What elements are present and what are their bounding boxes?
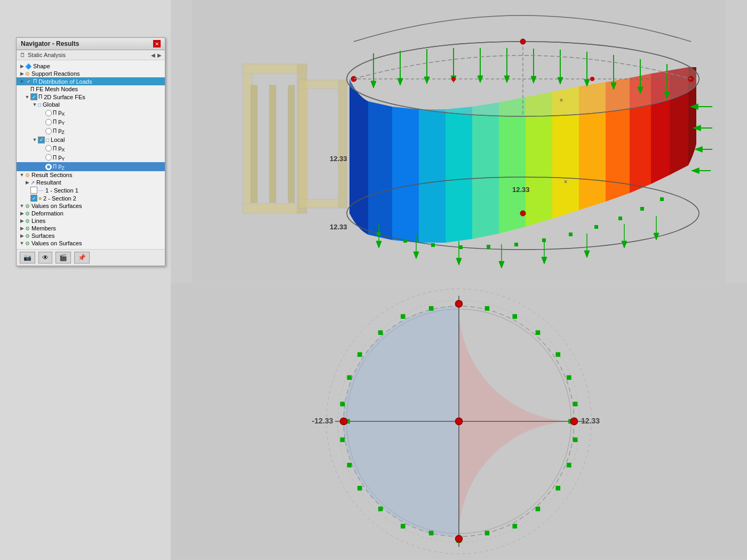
tree-item-px-l[interactable]: П pX [17,144,165,153]
svg-rect-84 [640,207,644,211]
radio-py-g[interactable] [45,119,52,125]
svg-rect-99 [512,524,517,529]
py-l-label: pY [58,154,65,162]
tree-item-pz-l[interactable]: П pZ [17,162,165,171]
svg-text:×: × [563,178,567,186]
2d-icon: П [38,94,42,100]
svg-point-72 [451,77,456,81]
distrib-icon: П [33,78,37,84]
navigator-header: Navigator - Results ✕ [17,38,165,50]
tree-item-pz-g[interactable]: П pZ [17,126,165,135]
nav-toolbar: 🗒 Static Analysis ◀ ▶ [17,50,165,60]
svg-point-124 [456,535,463,542]
tree-item-surfaces[interactable]: ▶ ⚙ Surfaces [17,232,165,239]
members-icon: ⚙ [25,226,30,231]
svg-rect-113 [485,531,490,535]
3d-scene: × × [171,0,747,283]
navigator-panel: Navigator - Results ✕ 🗒 Static Analysis … [16,37,165,266]
v1-label: Values on Surfaces [31,203,82,209]
tree-item-2d-surface[interactable]: ▼ П 2D Surface FEs [17,93,165,101]
fe-icon: П [30,86,34,92]
radio-px-l[interactable] [45,145,52,151]
svg-rect-103 [340,437,345,442]
local-icon: □ [46,137,49,143]
plan-label-left: -12.33 [312,417,333,425]
svg-rect-106 [401,314,406,319]
nav-pin-button[interactable]: 📌 [74,252,90,263]
expand-global: ▼ [31,102,38,107]
navigator-close-button[interactable]: ✕ [153,40,161,47]
tree-item-values1[interactable]: ▼ ⚙ Values on Surfaces [17,202,165,210]
expand-resultant: ▶ [24,180,30,185]
tree-item-members[interactable]: ▶ ⚙ Members [17,225,165,232]
svg-rect-5 [251,85,257,203]
nav-prev-arrow[interactable]: ◀ [151,52,155,58]
checkbox-s2[interactable] [30,195,37,202]
tree-item-values2[interactable]: ▼ ⚙ Values on Surfaces [17,239,165,247]
dim-label-left2: 12.33 [330,223,347,231]
tree-item-deformation[interactable]: ▶ ⚙ Deformation [17,210,165,217]
svg-point-122 [340,418,347,425]
svg-rect-74 [377,232,380,236]
deform-label: Deformation [31,210,63,217]
resultant-label: Resultant [36,179,61,186]
radio-px-g[interactable] [45,110,52,116]
tree-item-px-g[interactable]: П pX [17,108,165,117]
svg-point-71 [520,211,526,216]
svg-rect-112 [536,507,541,511]
tree-item-py-g[interactable]: П pY [17,117,165,126]
px-g-icon: П [53,110,57,116]
svg-rect-79 [514,243,518,246]
expand-support: ▶ [19,71,25,76]
checkbox-s1[interactable] [30,187,37,194]
tree-item-section1[interactable]: — 1 - Section 1 [17,186,165,194]
dim-label-left: 12.33 [330,155,347,163]
radio-pz-g[interactable] [45,128,52,134]
tree-item-fe-mesh[interactable]: П FE Mesh Nodes [17,85,165,93]
tree-item-result-sections[interactable]: ▼ ⚙ Result Sections [17,171,165,179]
support-icon: ⚙ [25,71,30,77]
svg-rect-8 [299,80,307,208]
tree-item-lines[interactable]: ▶ ⚙ Lines [17,217,165,225]
expand-local: ▼ [31,137,38,142]
svg-rect-116 [347,463,352,468]
expand-shape: ▶ [19,63,25,69]
px-l-icon: П [53,146,57,151]
svg-rect-118 [347,375,352,380]
checkbox-distrib[interactable] [25,78,32,85]
svg-rect-85 [660,197,664,201]
expand-v2: ▼ [19,241,25,246]
nav-video-button[interactable]: 🎬 [55,252,71,263]
main-viewport: × × [171,0,747,560]
svg-rect-115 [378,507,383,511]
tree-item-local[interactable]: ▼ □ Local [17,136,165,144]
py-g-label: pY [58,118,65,126]
tree-item-section2[interactable]: ■ 2 - Section 2 [17,194,165,202]
tree-item-py-l[interactable]: П pY [17,153,165,162]
nav-eye-button[interactable]: 👁 [38,252,52,263]
distrib-label: Distribution of Loads [38,78,92,85]
svg-rect-82 [594,225,598,229]
checkbox-local[interactable] [38,137,45,143]
py-g-icon: П [53,119,57,125]
surfaces-icon: ⚙ [25,233,30,239]
static-analysis-label: Static Analysis [28,52,149,58]
pz-l-label: pZ [58,163,65,171]
tree-item-shape[interactable]: ▶ 🔷 Shape [17,62,165,70]
nav-screenshot-button[interactable]: 📷 [20,252,35,263]
3d-svg: × × [171,0,747,283]
tree-item-distrib[interactable]: ▼ П Distribution of Loads [17,77,165,85]
plan-label-right: 12.33 [581,417,600,425]
svg-point-70 [520,39,526,44]
2d-scene: -12.33 12.33 [171,283,747,560]
nav-next-arrow[interactable]: ▶ [157,52,162,58]
tree-item-global[interactable]: ▼ □ Global [17,101,165,108]
tree-item-support[interactable]: ▶ ⚙ Support Reactions [17,70,165,77]
radio-pz-l[interactable] [45,164,52,170]
navigator-title: Navigator - Results [21,40,79,47]
checkbox-2d[interactable] [30,93,37,100]
v2-icon: ⚙ [25,241,30,246]
radio-py-l[interactable] [45,154,52,161]
svg-rect-119 [378,330,383,335]
tree-item-resultant[interactable]: ▶ ↗ Resultant [17,179,165,186]
